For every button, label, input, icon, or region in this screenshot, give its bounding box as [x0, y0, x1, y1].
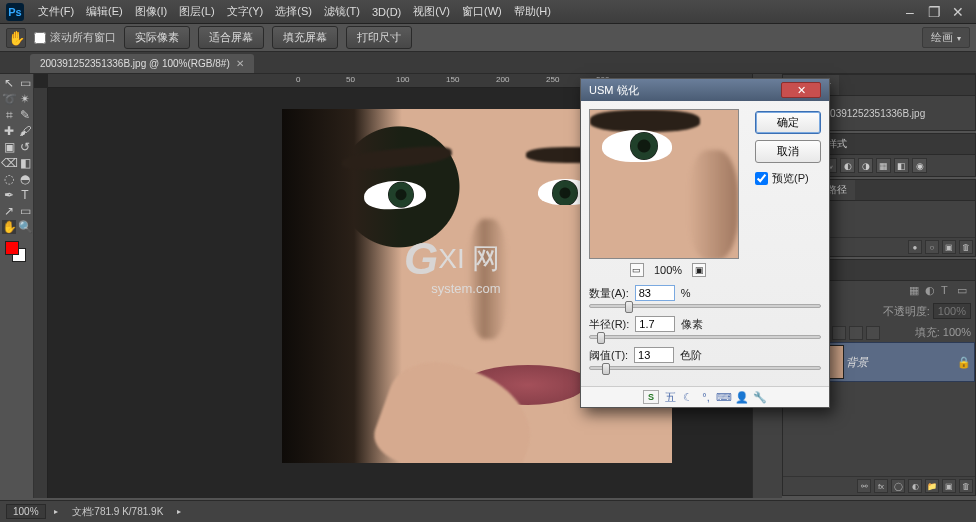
menu-file[interactable]: 文件(F) [32, 1, 80, 22]
docinfo-menu-icon[interactable]: ▸ [177, 507, 181, 516]
adj-exposure[interactable]: ◐ [840, 158, 855, 173]
stroke-path-icon[interactable]: ○ [925, 240, 939, 254]
ime-user-icon[interactable]: 👤 [735, 390, 749, 404]
zoom-menu-icon[interactable]: ▸ [54, 507, 58, 516]
pen-tool[interactable]: ✒ [2, 188, 16, 202]
brush-tool[interactable]: 🖌 [18, 124, 32, 138]
menu-window[interactable]: 窗口(W) [456, 1, 508, 22]
filter-pixel-icon[interactable]: ▦ [909, 284, 923, 298]
path-select-tool[interactable]: ↗ [2, 204, 16, 218]
threshold-input[interactable] [634, 347, 674, 363]
actual-pixels-button[interactable]: 实际像素 [124, 26, 190, 49]
ime-moon-icon[interactable]: ☾ [681, 390, 695, 404]
adj-photo[interactable]: ◉ [912, 158, 927, 173]
hand-tool[interactable]: ✋ [2, 220, 16, 234]
fill-value[interactable]: 100% [943, 326, 971, 338]
dodge-tool[interactable]: ◓ [18, 172, 32, 186]
amount-input[interactable] [635, 285, 675, 301]
link-layers-icon[interactable]: ⚯ [857, 479, 871, 493]
menu-help[interactable]: 帮助(H) [508, 1, 557, 22]
menu-edit[interactable]: 编辑(E) [80, 1, 129, 22]
color-swatches[interactable] [2, 238, 32, 262]
lock-all-icon[interactable] [866, 326, 880, 340]
fill-path-icon[interactable]: ● [908, 240, 922, 254]
menu-layer[interactable]: 图层(L) [173, 1, 220, 22]
delete-path-icon[interactable]: 🗑 [959, 240, 973, 254]
menu-view[interactable]: 视图(V) [407, 1, 456, 22]
filter-adj-icon[interactable]: ◐ [925, 284, 939, 298]
radius-input[interactable] [635, 316, 675, 332]
healing-tool[interactable]: ✚ [2, 124, 16, 138]
foreground-color[interactable] [5, 241, 19, 255]
preview-image[interactable] [589, 109, 739, 259]
menu-type[interactable]: 文字(Y) [221, 1, 270, 22]
dialog-titlebar[interactable]: USM 锐化 ✕ [581, 79, 829, 101]
gradient-tool[interactable]: ◧ [18, 156, 32, 170]
menu-image[interactable]: 图像(I) [129, 1, 173, 22]
filter-shape-icon[interactable]: ▭ [957, 284, 971, 298]
layer-fx-icon[interactable]: fx [874, 479, 888, 493]
close-tab-icon[interactable]: ✕ [236, 58, 244, 69]
ime-settings-icon[interactable]: 🔧 [753, 390, 767, 404]
fit-screen-button[interactable]: 适合屏幕 [198, 26, 264, 49]
history-brush-tool[interactable]: ↺ [18, 140, 32, 154]
ime-keyboard-icon[interactable]: ⌨ [717, 390, 731, 404]
ok-button[interactable]: 确定 [755, 111, 821, 134]
zoom-in-button[interactable]: ▣ [692, 263, 706, 277]
type-tool[interactable]: T [18, 188, 32, 202]
lasso-tool[interactable]: ➰ [2, 92, 16, 106]
ime-mode[interactable]: 五 [663, 390, 677, 404]
shape-tool[interactable]: ▭ [18, 204, 32, 218]
doc-info[interactable]: 文档:781.9 K/781.9K [66, 504, 170, 520]
zoom-tool[interactable]: 🔍 [18, 220, 32, 234]
ime-logo-icon[interactable]: S [643, 390, 659, 404]
layer-name[interactable]: 背景 [846, 355, 954, 370]
delete-layer-icon[interactable]: 🗑 [959, 479, 973, 493]
menu-filter[interactable]: 滤镜(T) [318, 1, 366, 22]
opacity-value[interactable]: 100% [933, 303, 971, 319]
menu-3d[interactable]: 3D(D) [366, 3, 407, 21]
radius-slider[interactable] [589, 335, 821, 339]
quick-select-tool[interactable]: ✴ [18, 92, 32, 106]
window-restore[interactable]: ❐ [922, 4, 946, 20]
eraser-tool[interactable]: ⌫ [2, 156, 16, 170]
clone-tool[interactable]: ▣ [2, 140, 16, 154]
marquee-tool[interactable]: ▭ [18, 76, 32, 90]
scroll-all-label: 滚动所有窗口 [50, 30, 116, 45]
new-path-icon[interactable]: ▣ [942, 240, 956, 254]
adj-vibrance[interactable]: ◑ [858, 158, 873, 173]
blur-tool[interactable]: ◌ [2, 172, 16, 186]
document-tab[interactable]: 200391252351336B.jpg @ 100%(RGB/8#) ✕ [30, 54, 254, 73]
window-minimize[interactable]: – [898, 4, 922, 20]
filter-type-icon[interactable]: T [941, 284, 955, 298]
lock-pixels-icon[interactable] [832, 326, 846, 340]
lock-position-icon[interactable] [849, 326, 863, 340]
adj-hue[interactable]: ▦ [876, 158, 891, 173]
ime-punct-icon[interactable]: °, [699, 390, 713, 404]
status-bar: 100% ▸ 文档:781.9 K/781.9K ▸ [0, 500, 976, 522]
amount-slider[interactable] [589, 304, 821, 308]
zoom-out-button[interactable]: ▭ [630, 263, 644, 277]
workspace-switcher[interactable]: 绘画▾ [922, 27, 970, 48]
eyedropper-tool[interactable]: ✎ [18, 108, 32, 122]
threshold-label: 阈值(T): [589, 348, 628, 363]
move-tool[interactable]: ↖ [2, 76, 16, 90]
hand-tool-icon[interactable]: ✋ [6, 28, 26, 48]
crop-tool[interactable]: ⌗ [2, 108, 16, 122]
new-layer-icon[interactable]: ▣ [942, 479, 956, 493]
threshold-slider[interactable] [589, 366, 821, 370]
new-adj-layer-icon[interactable]: ◐ [908, 479, 922, 493]
scroll-all-checkbox[interactable]: 滚动所有窗口 [34, 30, 116, 45]
zoom-value[interactable]: 100% [6, 504, 46, 519]
new-group-icon[interactable]: 📁 [925, 479, 939, 493]
cancel-button[interactable]: 取消 [755, 140, 821, 163]
menu-select[interactable]: 选择(S) [269, 1, 318, 22]
print-size-button[interactable]: 打印尺寸 [346, 26, 412, 49]
preview-checkbox[interactable]: 预览(P) [755, 171, 821, 186]
window-close[interactable]: ✕ [946, 4, 970, 20]
fill-screen-button[interactable]: 填充屏幕 [272, 26, 338, 49]
layer-mask-icon[interactable]: ◯ [891, 479, 905, 493]
dialog-close-button[interactable]: ✕ [781, 82, 821, 98]
preview-label: 预览(P) [772, 171, 809, 186]
adj-bw[interactable]: ◧ [894, 158, 909, 173]
